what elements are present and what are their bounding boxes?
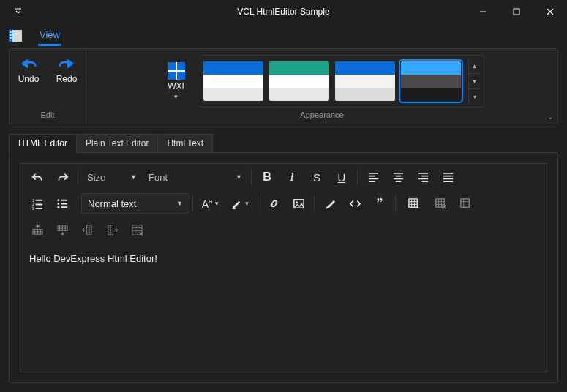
svg-rect-18 — [460, 198, 468, 206]
highlight-color-button[interactable]: ▼ — [225, 192, 255, 214]
delete-table-button[interactable] — [428, 192, 453, 214]
font-size-combo[interactable]: Size▼ — [81, 167, 143, 187]
paragraph-style-label: Normal text — [88, 198, 136, 209]
editor-toolbar-row-3 — [20, 216, 547, 243]
ribbon-tab-view[interactable]: View — [34, 25, 66, 48]
insert-column-left-button[interactable] — [75, 219, 99, 241]
gallery-dropdown-button[interactable]: ▾ — [469, 88, 481, 104]
skin-label: WXI — [168, 81, 184, 91]
close-button[interactable] — [533, 0, 567, 23]
ribbon-group-appearance: WXI ▾ ▲ — [86, 49, 557, 124]
skin-dropdown-button[interactable]: WXI ▾ — [160, 61, 192, 102]
tab-plain-text-editor[interactable]: Plain Text Editor — [76, 134, 159, 152]
unordered-list-button[interactable] — [50, 192, 75, 214]
align-justify-button[interactable] — [435, 166, 460, 188]
font-color-button[interactable]: Aa▼ — [196, 192, 225, 214]
chevron-down-icon: ▼ — [236, 173, 242, 181]
svg-rect-0 — [514, 9, 519, 15]
svg-point-12 — [57, 206, 59, 208]
svg-text:1: 1 — [31, 198, 34, 202]
undo-label: Undo — [18, 74, 40, 84]
maximize-button[interactable] — [500, 0, 533, 23]
gallery-scroll-down-button[interactable]: ▼ — [469, 73, 481, 88]
align-center-button[interactable] — [386, 166, 410, 188]
code-block-button[interactable] — [342, 192, 367, 214]
document-tabs: HTML Editor Plain Text Editor Html Text — [9, 133, 558, 152]
ribbon-group-edit-caption: Edit — [41, 109, 55, 121]
redo-icon — [56, 55, 77, 72]
redo-button[interactable]: Redo — [51, 53, 82, 86]
svg-point-11 — [57, 203, 59, 205]
insert-link-button[interactable] — [261, 192, 286, 214]
redo-label: Redo — [56, 74, 78, 84]
bold-button[interactable]: B — [255, 166, 279, 188]
editor-toolbar-row-1: Size▼ Font▼ B I S U — [20, 164, 547, 190]
delete-row-column-button[interactable] — [124, 219, 149, 241]
gallery-scroll-up-button[interactable]: ▲ — [469, 59, 481, 73]
minimize-button[interactable] — [466, 0, 500, 23]
chevron-down-icon: ▼ — [130, 173, 137, 181]
window-skin-icon — [166, 62, 187, 80]
svg-rect-4 — [10, 34, 12, 36]
theme-swatch-blue-gray[interactable] — [335, 61, 395, 101]
svg-point-14 — [296, 201, 298, 203]
app-file-menu-icon[interactable] — [7, 28, 23, 44]
undo-icon — [18, 55, 39, 72]
titlebar: VCL HtmlEditor Sample — [0, 0, 567, 23]
insert-column-right-button[interactable] — [99, 219, 124, 241]
tab-html-editor[interactable]: HTML Editor — [9, 134, 77, 153]
italic-button[interactable]: I — [279, 166, 304, 188]
chevron-down-icon: ▾ — [174, 93, 178, 100]
ribbon-collapse-button[interactable]: ⌄ — [547, 113, 553, 121]
ribbon-group-edit: Undo Redo Edit — [10, 49, 86, 124]
svg-point-10 — [57, 199, 59, 201]
insert-image-button[interactable] — [286, 192, 311, 214]
ribbon-tab-strip: View — [0, 23, 567, 48]
svg-text:3: 3 — [31, 207, 34, 210]
svg-text:2: 2 — [31, 203, 34, 206]
chevron-down-icon: ▼ — [176, 200, 183, 207]
paragraph-style-combo[interactable]: Normal text▼ — [81, 193, 189, 214]
blockquote-button[interactable]: ” — [367, 192, 392, 214]
align-left-button[interactable] — [361, 166, 386, 188]
theme-swatch-dark[interactable] — [401, 61, 461, 101]
editor-undo-button[interactable] — [25, 166, 50, 188]
font-size-label: Size — [87, 172, 105, 183]
underline-button[interactable]: U — [329, 166, 354, 188]
insert-table-button[interactable]: + — [399, 192, 428, 214]
ribbon-panel: Undo Redo Edit WXI ▾ — [9, 48, 558, 124]
font-family-label: Font — [149, 172, 168, 183]
svg-rect-3 — [10, 31, 12, 33]
theme-gallery: ▲ ▼ ▾ — [200, 55, 484, 108]
qat-customize-button[interactable] — [0, 8, 37, 15]
window-title: VCL HtmlEditor Sample — [237, 7, 329, 17]
clear-format-button[interactable] — [318, 192, 342, 214]
ribbon-group-appearance-caption: Appearance — [300, 109, 343, 121]
editor-toolbar-row-2: 123 Normal text▼ Aa▼ ▼ ” + — [20, 190, 547, 216]
undo-button[interactable]: Undo — [13, 53, 44, 86]
svg-rect-5 — [10, 37, 12, 39]
svg-text:+: + — [416, 204, 419, 210]
ordered-list-button[interactable]: 123 — [25, 192, 50, 214]
table-properties-button[interactable] — [453, 192, 478, 214]
editor-content-area[interactable]: Hello DevExpress Html Editor! — [20, 243, 547, 372]
align-right-button[interactable] — [410, 166, 435, 188]
editor-text: Hello DevExpress Html Editor! — [29, 253, 538, 264]
editor-redo-button[interactable] — [50, 166, 75, 188]
theme-swatch-green[interactable] — [269, 61, 329, 101]
strikethrough-button[interactable]: S — [304, 166, 329, 188]
insert-row-below-button[interactable] — [50, 219, 75, 241]
html-editor: Size▼ Font▼ B I S U 123 — [20, 163, 547, 372]
tab-html-text[interactable]: Html Text — [157, 134, 213, 152]
theme-swatch-light[interactable] — [203, 61, 263, 101]
insert-row-above-button[interactable] — [25, 219, 50, 241]
font-family-combo[interactable]: Font▼ — [143, 167, 248, 187]
